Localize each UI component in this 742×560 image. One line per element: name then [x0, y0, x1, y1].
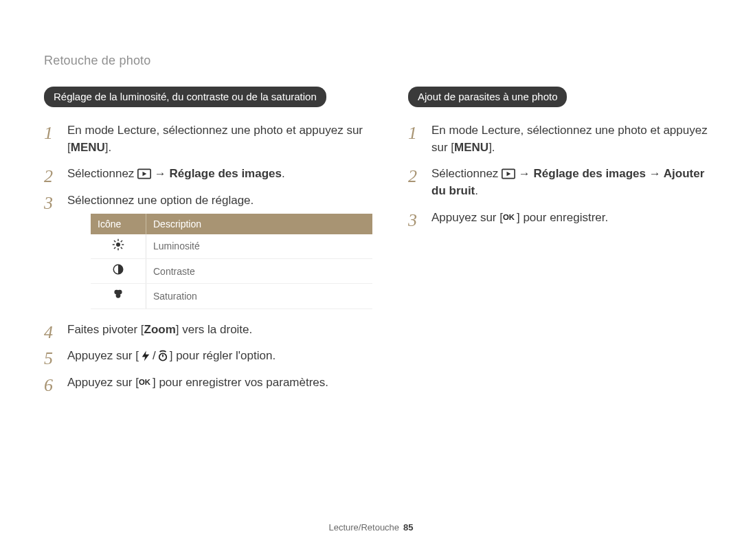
content-columns: Réglage de la luminosité, du contraste o… [44, 87, 698, 401]
saturation-icon [91, 284, 146, 309]
step-1-right: En mode Lecture, sélectionnez une photo … [408, 122, 717, 156]
step-text: ] pour enregistrer vos paramètres. [153, 376, 328, 389]
footer-section: Lecture/Retouche [328, 522, 399, 533]
ok-icon: OK [139, 376, 153, 388]
step-3-left: Sélectionnez une option de réglage. Icôn… [44, 192, 372, 309]
svg-marker-20 [507, 172, 511, 177]
contrast-icon [91, 259, 146, 284]
footer-page-number: 85 [403, 522, 413, 533]
step-text: En mode Lecture, sélectionnez une photo … [67, 124, 363, 154]
steps-right: En mode Lecture, sélectionnez une photo … [408, 122, 717, 226]
flash-icon [139, 350, 153, 362]
step-2-right: Sélectionnez → Réglage des images → Ajou… [408, 166, 717, 199]
table-row: Contraste [91, 259, 372, 284]
table-row: Saturation [91, 284, 372, 309]
svg-point-2 [116, 243, 120, 247]
table-header-row: Icône Description [91, 214, 372, 234]
td-desc: Luminosité [146, 234, 373, 259]
step-text: ] pour régler l'option. [170, 349, 276, 362]
step-3-right: Appuyez sur [OK] pour enregistrer. [408, 210, 717, 227]
zoom-label: Zoom [144, 323, 176, 336]
step-bold: → Réglage des images [151, 167, 282, 180]
step-text: ]. [488, 141, 495, 154]
th-icon: Icône [91, 214, 146, 234]
th-desc: Description [146, 214, 373, 234]
step-6-left: Appuyez sur [OK] pour enregistrer vos pa… [44, 374, 372, 392]
page-title: Retouche de photo [44, 54, 151, 68]
options-table: Icône Description Luminosité [91, 214, 372, 309]
step-text: Appuyez sur [ [431, 211, 503, 224]
edit-icon [502, 168, 515, 180]
right-column: Ajout de parasites à une photo En mode L… [408, 87, 717, 401]
svg-marker-1 [143, 172, 147, 177]
table-row: Luminosité [91, 234, 372, 259]
menu-label: MENU [454, 141, 488, 154]
step-text: Faites pivoter [ [67, 323, 144, 336]
step-2-left: Sélectionnez → Réglage des images. [44, 166, 372, 183]
steps-left: En mode Lecture, sélectionnez une photo … [44, 122, 372, 392]
step-text: ]. [105, 141, 111, 154]
edit-icon [137, 168, 151, 180]
step-text: ] pour enregistrer. [517, 211, 608, 224]
step-text: Sélectionnez [67, 167, 137, 180]
section-heading-left: Réglage de la luminosité, du contraste o… [44, 87, 326, 107]
page-footer: Lecture/Retouche85 [0, 522, 742, 533]
brightness-icon [91, 234, 146, 259]
step-5-left: Appuyez sur [/] pour régler l'option. [44, 348, 372, 365]
svg-text:OK: OK [139, 378, 151, 386]
step-text: Appuyez sur [ [67, 349, 139, 362]
step-4-left: Faites pivoter [Zoom] vers la droite. [44, 322, 372, 339]
svg-text:OK: OK [503, 213, 515, 221]
td-desc: Contraste [146, 259, 373, 284]
step-text: Sélectionnez une option de réglage. [67, 194, 254, 207]
section-heading-right: Ajout de parasites à une photo [408, 87, 567, 107]
td-desc: Saturation [146, 284, 373, 309]
svg-line-7 [114, 240, 115, 242]
step-text: . [282, 167, 285, 180]
step-text: Appuyez sur [ [67, 376, 139, 389]
left-column: Réglage de la luminosité, du contraste o… [44, 87, 372, 401]
svg-marker-15 [142, 351, 150, 361]
manual-page: Retouche de photo Réglage de la luminosi… [0, 0, 742, 560]
ok-icon: OK [503, 211, 517, 223]
svg-point-14 [116, 293, 121, 298]
step-1-left: En mode Lecture, sélectionnez une photo … [44, 122, 372, 156]
svg-line-9 [114, 247, 115, 249]
step-text: . [475, 184, 478, 197]
svg-line-10 [121, 240, 122, 242]
step-text: Sélectionnez [431, 167, 502, 180]
menu-label: MENU [71, 141, 105, 154]
timer-icon [156, 350, 170, 362]
step-text: ] vers la droite. [176, 323, 253, 336]
svg-line-8 [121, 247, 122, 249]
